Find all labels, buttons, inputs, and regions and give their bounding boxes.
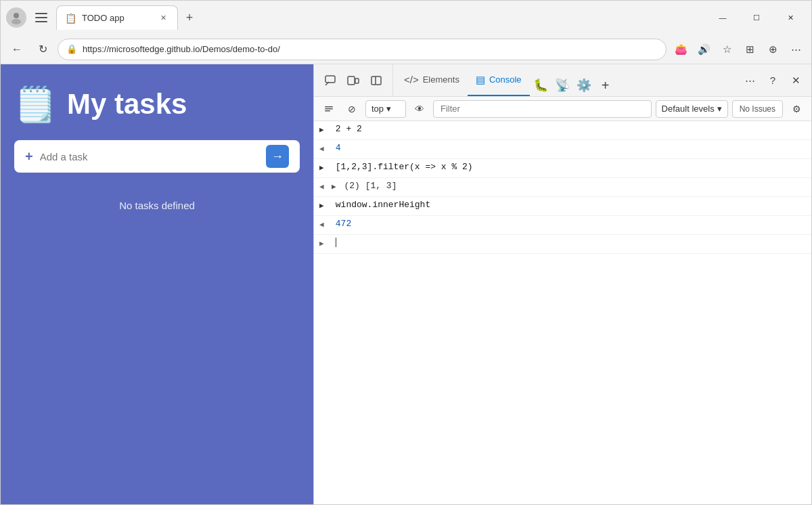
tab-console-label: Console xyxy=(489,74,522,85)
expand-arrow-1[interactable]: ▶ xyxy=(319,124,330,134)
split-screen-icon[interactable]: ⊞ xyxy=(740,39,760,60)
browser-window: 📋 TODO app ✕ + — ☐ ✕ ← ↻ 🔒 https://micro… xyxy=(0,0,812,505)
context-label: top xyxy=(371,104,384,114)
context-dropdown-arrow: ▾ xyxy=(386,104,391,114)
output-arrow-4: ◀ xyxy=(319,181,330,191)
devtools-more-icon[interactable]: ⋯ xyxy=(740,70,760,91)
tab-favicon: 📋 xyxy=(65,13,76,24)
devtools-tabs: </> Elements ▤ Console 🐛 📡 ⚙️ + xyxy=(393,64,740,96)
console-context-selector[interactable]: top ▾ xyxy=(365,100,406,118)
window-controls: — ☐ ✕ xyxy=(707,7,806,28)
tab-elements-label: Elements xyxy=(423,74,459,85)
console-clear-button[interactable] xyxy=(319,100,338,118)
levels-label: Default levels xyxy=(662,104,715,114)
toggle-sidebar-icon[interactable] xyxy=(365,70,387,91)
output-arrow-6: ◀ xyxy=(319,219,330,229)
maximize-button[interactable]: ☐ xyxy=(741,7,772,28)
svg-rect-5 xyxy=(325,76,335,83)
todo-header: 🗒️ My tasks xyxy=(14,85,300,124)
no-tasks-message: No tasks defined xyxy=(14,200,300,211)
tab-bar: 📋 TODO app ✕ + xyxy=(56,5,702,30)
add-task-bar: + → xyxy=(14,140,300,173)
todo-app: 🗒️ My tasks + → No tasks defined xyxy=(1,64,313,504)
svg-rect-11 xyxy=(325,106,333,108)
plus-icon: + xyxy=(25,149,33,164)
refresh-button[interactable]: ↻ xyxy=(32,39,53,60)
tab-console[interactable]: ▤ Console xyxy=(468,64,530,96)
levels-arrow: ▾ xyxy=(717,104,722,114)
add-tab-icon[interactable]: + xyxy=(595,74,616,96)
svg-point-0 xyxy=(14,13,19,18)
address-bar: ← ↻ 🔒 https://microsoftedge.github.io/De… xyxy=(1,35,811,64)
console-result-6: 472 xyxy=(330,219,351,229)
wallet-icon[interactable]: 👛 xyxy=(671,39,691,60)
console-entry-2: ◀ 4 xyxy=(314,140,811,159)
svg-rect-2 xyxy=(35,13,47,14)
tab-close-button[interactable]: ✕ xyxy=(157,12,169,24)
new-tab-button[interactable]: + xyxy=(179,7,200,28)
profile-avatar[interactable] xyxy=(6,7,26,28)
url-bar[interactable]: 🔒 https://microsoftedge.github.io/Demos/… xyxy=(58,39,667,60)
console-output[interactable]: ▶ 2 + 2 ◀ 4 ▶ [1,2,3].filter(x => x % 2)… xyxy=(314,121,811,504)
console-block-button[interactable]: ⊘ xyxy=(342,100,361,118)
input-prompt-arrow: ▶ xyxy=(319,238,330,248)
add-task-input[interactable] xyxy=(40,151,266,162)
more-icon[interactable]: ⋯ xyxy=(786,39,806,60)
svg-rect-7 xyxy=(348,76,355,85)
devtools-right-controls: ⋯ ? ✕ xyxy=(740,70,811,91)
devtools-left-icons xyxy=(314,64,393,96)
console-filter-input[interactable] xyxy=(433,100,652,118)
console-result-2: 4 xyxy=(330,143,341,153)
add-task-submit-button[interactable]: → xyxy=(266,145,289,168)
no-issues-badge: No Issues xyxy=(732,100,783,118)
console-entry-4: ◀ ▶ (2) [1, 3] xyxy=(314,178,811,197)
settings-performance-icon[interactable]: ⚙️ xyxy=(573,74,595,96)
devtools-help-icon[interactable]: ? xyxy=(763,70,783,91)
sub-expand-4[interactable]: ▶ xyxy=(332,182,336,191)
minimize-button[interactable]: — xyxy=(707,7,738,28)
expand-arrow-5[interactable]: ▶ xyxy=(319,200,330,210)
console-code-1: 2 + 2 xyxy=(330,124,362,134)
favorites-icon[interactable]: ☆ xyxy=(717,39,737,60)
devtools-close-icon[interactable]: ✕ xyxy=(786,70,806,91)
console-entry-5: ▶ window.innerHeight xyxy=(314,197,811,216)
console-eye-icon[interactable]: 👁 xyxy=(410,100,429,118)
collections-icon[interactable]: ⊕ xyxy=(763,39,783,60)
read-aloud-icon[interactable]: 🔊 xyxy=(694,39,714,60)
title-bar-left xyxy=(6,7,51,28)
svg-rect-12 xyxy=(325,108,333,110)
elements-icon: </> xyxy=(404,74,419,85)
lock-icon: 🔒 xyxy=(66,44,77,54)
console-toolbar: ⊘ top ▾ 👁 Default levels ▾ No Issues ⚙ xyxy=(314,97,811,121)
console-code-5: window.innerHeight xyxy=(330,200,430,210)
expand-arrow-3[interactable]: ▶ xyxy=(319,162,330,172)
content-area: 🗒️ My tasks + → No tasks defined xyxy=(1,64,811,504)
svg-rect-13 xyxy=(325,110,330,112)
bugs-icon[interactable]: 🐛 xyxy=(530,74,551,96)
svg-point-1 xyxy=(12,19,21,24)
console-code-3: [1,2,3].filter(x => x % 2) xyxy=(330,162,473,172)
back-button[interactable]: ← xyxy=(6,39,28,60)
console-input-row[interactable]: ▶ xyxy=(314,235,811,254)
console-entry-1: ▶ 2 + 2 xyxy=(314,121,811,140)
tab-elements[interactable]: </> Elements xyxy=(396,64,468,96)
output-arrow-2: ◀ xyxy=(319,143,330,153)
todo-app-icon: 🗒️ xyxy=(14,85,56,124)
svg-rect-4 xyxy=(35,21,47,22)
active-tab[interactable]: 📋 TODO app ✕ xyxy=(56,5,178,30)
sidebar-toggle-button[interactable] xyxy=(32,8,51,27)
console-settings-icon[interactable]: ⚙ xyxy=(787,100,806,118)
title-bar: 📋 TODO app ✕ + — ☐ ✕ xyxy=(1,1,811,35)
console-levels-dropdown[interactable]: Default levels ▾ xyxy=(656,100,728,118)
url-text: https://microsoftedge.github.io/Demos/de… xyxy=(83,44,658,54)
svg-rect-3 xyxy=(35,17,47,18)
inspect-element-icon[interactable] xyxy=(319,70,341,91)
console-entry-6: ◀ 472 xyxy=(314,216,811,235)
console-icon: ▤ xyxy=(476,74,485,86)
device-emulation-icon[interactable] xyxy=(342,70,364,91)
svg-rect-9 xyxy=(371,76,381,85)
network-icon[interactable]: 📡 xyxy=(551,74,573,96)
close-button[interactable]: ✕ xyxy=(775,7,806,28)
console-result-4: (2) [1, 3] xyxy=(339,181,397,191)
todo-app-title: My tasks xyxy=(67,88,187,120)
